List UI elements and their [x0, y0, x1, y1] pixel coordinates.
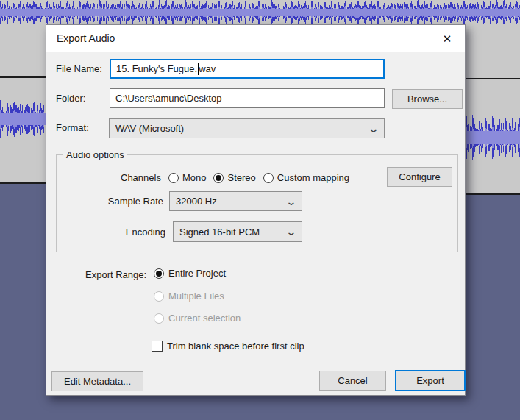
file-name-value-before-caret: 15. Funky's Fugue. — [116, 63, 197, 74]
export-range-current-selection-label: Current selection — [168, 313, 241, 324]
radio-icon — [263, 173, 274, 183]
format-dropdown[interactable]: WAV (Microsoft) ⌄ — [109, 118, 385, 138]
export-range-entire-project[interactable]: Entire Project — [154, 268, 226, 279]
encoding-value: Signed 16-bit PCM — [179, 227, 260, 238]
chevron-down-icon: ⌄ — [368, 125, 380, 132]
radio-disabled-icon — [154, 313, 164, 324]
close-icon[interactable]: ✕ — [439, 31, 455, 47]
radio-disabled-icon — [154, 291, 164, 302]
chevron-down-icon: ⌄ — [286, 228, 297, 235]
waveform-channel2-right — [466, 114, 520, 161]
file-name-label: File Name: — [56, 63, 102, 74]
export-button-label: Export — [416, 375, 444, 386]
channels-option-mono[interactable]: Mono — [168, 172, 207, 183]
file-name-value-after-caret: wav — [199, 63, 216, 74]
cancel-button-label: Cancel — [338, 375, 367, 386]
track-channel-top — [0, 0, 520, 24]
channel-divider — [0, 76, 46, 78]
export-range-multiple-files-label: Multiple Files — [168, 291, 224, 302]
export-range-current-selection: Current selection — [154, 313, 241, 324]
channels-option-custom-mapping[interactable]: Custom mapping — [263, 172, 349, 183]
track-area-right — [466, 24, 520, 195]
export-audio-dialog: Export Audio ✕ File Name: 15. Funky's Fu… — [46, 24, 466, 396]
dialog-title: Export Audio — [57, 32, 115, 44]
audio-options-group-label: Audio options — [63, 149, 127, 160]
folder-value: C:\Users\amunc\Desktop — [115, 93, 222, 104]
encoding-dropdown[interactable]: Signed 16-bit PCM ⌄ — [173, 221, 302, 242]
format-value: WAV (Microsoft) — [115, 123, 184, 134]
waveform-channel2-left — [0, 98, 46, 140]
audio-options-group: Audio options Channels Mono Stereo Custo… — [56, 154, 458, 252]
export-range-multiple-files: Multiple Files — [154, 291, 224, 302]
radio-icon — [168, 173, 179, 183]
chevron-down-icon: ⌄ — [286, 198, 297, 205]
export-range-label: Export Range: — [85, 269, 146, 280]
radio-checked-icon — [154, 268, 164, 279]
configure-button-label: Configure — [399, 171, 440, 182]
sample-rate-label: Sample Rate — [57, 196, 163, 207]
export-range-entire-project-label: Entire Project — [168, 268, 226, 279]
trim-blank-space-checkbox[interactable]: Trim blank space before first clip — [152, 341, 304, 352]
format-label: Format: — [56, 122, 89, 133]
channels-option-stereo[interactable]: Stereo — [213, 172, 255, 183]
radio-checked-icon — [213, 173, 224, 183]
dialog-titlebar: Export Audio ✕ — [46, 25, 465, 52]
channels-option-custom-mapping-label: Custom mapping — [277, 172, 349, 183]
channels-row: Channels Mono Stereo Custom mapping — [121, 168, 349, 188]
file-name-input[interactable]: 15. Funky's Fugue. wav — [110, 59, 385, 79]
edit-metadata-button[interactable]: Edit Metadata... — [51, 371, 143, 391]
trim-blank-space-label: Trim blank space before first clip — [167, 341, 304, 352]
channels-option-mono-label: Mono — [182, 172, 207, 183]
channels-option-stereo-label: Stereo — [227, 172, 255, 183]
channels-label: Channels — [121, 172, 161, 183]
edit-metadata-button-label: Edit Metadata... — [64, 376, 131, 387]
export-button[interactable]: Export — [395, 370, 466, 391]
checkbox-unchecked-icon — [152, 341, 163, 352]
browse-button[interactable]: Browse... — [392, 89, 463, 109]
folder-input[interactable]: C:\Users\amunc\Desktop — [110, 88, 385, 108]
cancel-button[interactable]: Cancel — [319, 371, 386, 391]
channel-divider — [466, 78, 520, 79]
folder-label: Folder: — [56, 93, 85, 104]
sample-rate-dropdown[interactable]: 32000 Hz ⌄ — [169, 191, 302, 211]
browse-button-label: Browse... — [407, 93, 447, 104]
sample-rate-value: 32000 Hz — [176, 196, 217, 207]
configure-button[interactable]: Configure — [387, 167, 452, 187]
waveform-channel1 — [0, 0, 520, 24]
audacity-workspace: Export Audio ✕ File Name: 15. Funky's Fu… — [0, 0, 520, 420]
encoding-label: Encoding — [57, 227, 165, 238]
